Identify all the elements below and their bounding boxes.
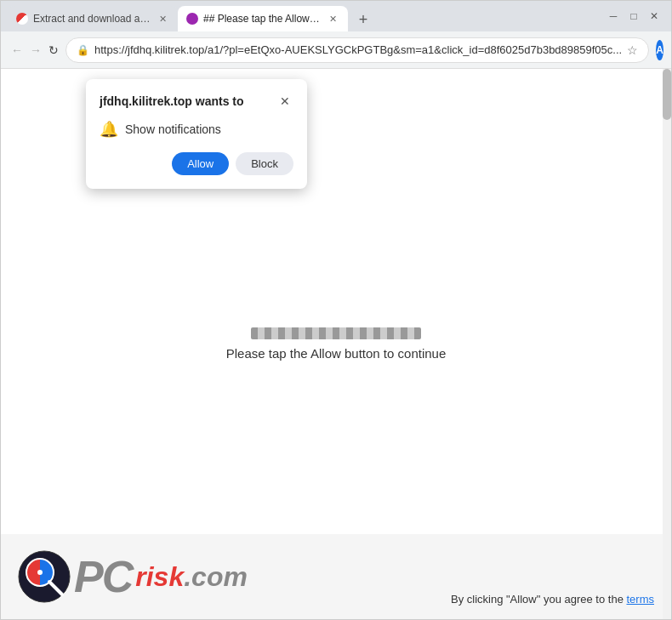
block-button[interactable]: Block [236,152,293,175]
profile-button[interactable]: A [656,40,663,60]
popup-header: jfdhq.kilitrek.top wants to ✕ [100,93,293,110]
footer-terms-link[interactable]: terms [627,593,655,606]
forward-button[interactable]: → [30,40,42,60]
progress-bar [251,327,421,339]
page-footer: PC risk.com By clicking "Allow" you agre… [1,534,671,619]
popup-title: jfdhq.kilitrek.top wants to [100,94,244,108]
close-button[interactable]: ✕ [647,10,661,22]
popup-body-text: Show notifications [125,122,221,136]
back-button[interactable]: ← [11,40,23,60]
bookmark-icon[interactable]: ☆ [627,43,638,57]
minimize-button[interactable]: ─ [607,10,620,22]
tab-close-extract[interactable]: ✕ [156,12,169,26]
popup-body: 🔔 Show notifications [100,120,293,139]
logo-text-com: .com [184,561,248,592]
page-content: jfdhq.kilitrek.top wants to ✕ 🔔 Show not… [1,69,671,619]
tab-favicon-allow [186,13,198,25]
tab-extract[interactable]: Extract and download audio an... ✕ [8,6,178,31]
scrollbar-thumb[interactable] [663,69,671,120]
logo-area: PC risk.com [18,550,248,603]
footer-terms-text: By clicking "Allow" you agree to the [451,593,624,606]
tab-title-allow: ## Please tap the Allow button... [203,13,321,25]
notification-popup: jfdhq.kilitrek.top wants to ✕ 🔔 Show not… [86,79,307,189]
tab-title-extract: Extract and download audio an... [33,13,151,25]
tab-favicon-extract [16,13,28,25]
logo-text-riskcom: risk.com [135,561,248,593]
bell-icon: 🔔 [100,120,118,139]
scrollbar[interactable] [663,69,671,619]
lock-icon: 🔒 [77,44,89,56]
address-bar: ← → ↻ 🔒 https://jfdhq.kilitrek.top/a1/?p… [1,31,671,69]
footer-terms: By clicking "Allow" you agree to the ter… [451,593,654,606]
logo-text-risk: risk [135,561,184,592]
refresh-button[interactable]: ↻ [48,40,59,60]
new-tab-button[interactable]: + [351,8,375,31]
page-instruction: Please tap the Allow button to continue [226,346,447,361]
tabs-container: Extract and download audio an... ✕ ## Pl… [8,1,607,31]
tab-allow[interactable]: ## Please tap the Allow button... ✕ [178,6,348,31]
browser-window: Extract and download audio an... ✕ ## Pl… [0,0,672,620]
popup-actions: Allow Block [100,152,293,175]
svg-point-4 [37,570,43,575]
url-text: https://jfdhq.kilitrek.top/a1/?pl=eEtQxo… [94,43,622,56]
url-bar[interactable]: 🔒 https://jfdhq.kilitrek.top/a1/?pl=eEtQ… [65,37,649,63]
title-bar: Extract and download audio an... ✕ ## Pl… [1,1,671,31]
page-main-content: Please tap the Allow button to continue [226,327,447,361]
logo-text-pc: PC [74,555,132,599]
page-inner: jfdhq.kilitrek.top wants to ✕ 🔔 Show not… [1,69,671,619]
maximize-button[interactable]: □ [627,10,641,22]
tab-close-allow[interactable]: ✕ [326,12,339,26]
allow-button[interactable]: Allow [172,152,229,175]
logo-icon [18,550,71,603]
popup-close-button[interactable]: ✕ [276,93,293,110]
window-controls: ─ □ ✕ [607,10,664,22]
